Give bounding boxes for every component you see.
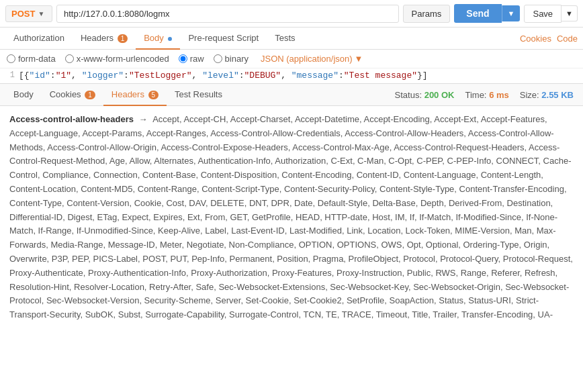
size-label: Size:: [520, 90, 539, 100]
tab-body[interactable]: Body: [136, 28, 180, 50]
headers-list: Access-control-allow-headers → Accept, A…: [9, 113, 574, 321]
urlencoded-option[interactable]: x-www-form-urlencoded: [65, 54, 169, 64]
send-button[interactable]: Send: [454, 4, 501, 23]
send-button-group: Send ▼: [454, 4, 520, 23]
resp-tab-headers[interactable]: Headers 5: [103, 84, 167, 106]
binary-label: binary: [225, 54, 249, 64]
resp-tab-body[interactable]: Body: [5, 84, 42, 106]
send-chevron-button[interactable]: ▼: [502, 5, 521, 21]
body-options: form-data x-www-form-urlencoded raw bina…: [0, 50, 583, 68]
tab-pre-request[interactable]: Pre-request Script: [180, 28, 267, 50]
size-value: 2.55 KB: [541, 90, 574, 100]
request-tabs: Authorization Headers 1 Body Pre-request…: [0, 28, 583, 50]
right-links: Cookies Code: [520, 34, 578, 44]
method-label: POST: [11, 9, 35, 19]
tab-headers[interactable]: Headers 1: [73, 28, 136, 50]
json-type-label: JSON (application/json): [261, 54, 353, 64]
binary-option[interactable]: binary: [214, 54, 249, 64]
save-button[interactable]: Save: [524, 5, 562, 23]
time-value: 6 ms: [489, 90, 509, 100]
response-tabs: Body Cookies 1 Headers 5 Test Results St…: [0, 84, 583, 106]
tab-tests[interactable]: Tests: [267, 28, 303, 50]
line-content-1[interactable]: [{"id":"1", "logger":"TestLogger", "leve…: [19, 68, 428, 83]
response-body: Access-control-allow-headers → Accept, A…: [0, 106, 583, 321]
status-meta: Status: 200 OK: [395, 90, 455, 100]
resp-headers-badge: 5: [148, 91, 159, 99]
time-label: Time:: [465, 90, 486, 100]
json-chevron-icon: ▼: [355, 54, 363, 64]
save-chevron-button[interactable]: ▼: [562, 5, 578, 21]
top-bar: POST ▼ Params Send ▼ Save ▼: [0, 0, 583, 28]
code-link[interactable]: Code: [557, 34, 578, 44]
header-row-0: Access-control-allow-headers → Accept, A…: [9, 113, 574, 321]
tab-authorization[interactable]: Authorization: [5, 28, 73, 50]
cookies-badge: 1: [85, 91, 95, 99]
json-type-dropdown[interactable]: JSON (application/json) ▼: [261, 54, 363, 64]
code-editor[interactable]: 1 [{"id":"1", "logger":"TestLogger", "le…: [0, 68, 583, 84]
resp-tab-cookies[interactable]: Cookies 1: [42, 84, 103, 106]
status-value: 200 OK: [424, 90, 455, 100]
status-label: Status:: [395, 90, 422, 100]
cookies-link[interactable]: Cookies: [520, 34, 551, 44]
urlencoded-label: x-www-form-urlencoded: [77, 54, 169, 64]
header-name: Access-control-allow-headers: [9, 114, 134, 124]
header-arrow-icon: →: [136, 114, 150, 124]
size-meta: Size: 2.55 KB: [520, 90, 574, 100]
form-data-label: form-data: [18, 54, 56, 64]
raw-option[interactable]: raw: [179, 54, 204, 64]
headers-badge: 1: [118, 34, 128, 43]
code-line-1: 1 [{"id":"1", "logger":"TestLogger", "le…: [0, 68, 583, 83]
line-number-1: 1: [0, 68, 19, 82]
save-button-group: Save ▼: [524, 5, 578, 23]
raw-label: raw: [190, 54, 204, 64]
body-dot: [168, 37, 172, 41]
method-select[interactable]: POST ▼: [5, 5, 52, 22]
form-data-option[interactable]: form-data: [7, 54, 56, 64]
header-value: Accept, Accept-CH, Accept-Charset, Accep…: [9, 114, 573, 321]
url-input[interactable]: [56, 5, 399, 23]
response-meta: Status: 200 OK Time: 6 ms Size: 2.55 KB: [395, 90, 578, 100]
method-chevron-icon: ▼: [38, 10, 44, 17]
params-button[interactable]: Params: [403, 5, 451, 23]
resp-tab-test-results[interactable]: Test Results: [167, 84, 230, 106]
time-meta: Time: 6 ms: [465, 90, 508, 100]
